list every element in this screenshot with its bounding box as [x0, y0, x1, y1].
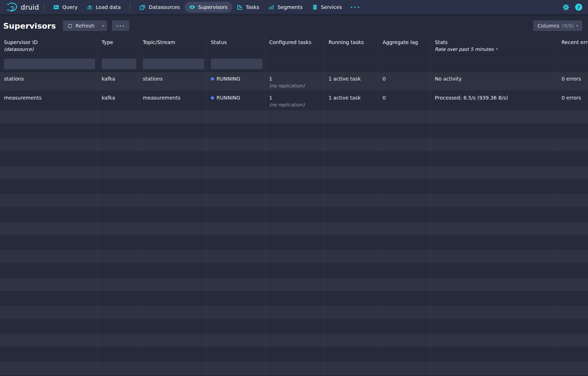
nav-item-query[interactable]: Query [49, 2, 82, 13]
nav-item-datasources[interactable]: Datasources [135, 2, 184, 13]
empty-cell [98, 347, 139, 361]
columns-button[interactable]: Columns (9/9) ▾ [533, 20, 582, 31]
datasources-icon [140, 4, 145, 10]
empty-cell [98, 110, 139, 124]
empty-cell [379, 236, 431, 249]
empty-cell [265, 333, 325, 347]
replication-note: (no replication) [269, 102, 321, 107]
empty-cell [558, 166, 588, 179]
empty-cell [139, 264, 207, 277]
empty-cell [379, 166, 431, 179]
nav-item-tasks[interactable]: Tasks [232, 2, 264, 13]
empty-cell [98, 333, 139, 347]
empty-cell [325, 291, 379, 305]
druid-logo[interactable]: druid [6, 2, 39, 13]
help-icon[interactable]: ? [575, 4, 582, 11]
empty-cell [379, 222, 431, 235]
empty-cell [379, 110, 431, 124]
empty-cell [207, 124, 265, 138]
nav-item-label: Services [321, 4, 342, 10]
column-header-status[interactable]: Status [207, 36, 265, 56]
cell-supervisor-id[interactable]: stations [0, 72, 98, 91]
table-row-empty [0, 361, 588, 375]
empty-cell [207, 208, 265, 221]
empty-cell [139, 152, 207, 165]
nav-item-segments[interactable]: Segments [264, 2, 307, 13]
column-header-stats[interactable]: Stats Rate over past 5 minutes ▾ [431, 36, 558, 56]
caret-down-icon: ▾ [496, 48, 497, 51]
empty-cell [207, 110, 265, 124]
empty-cell [558, 180, 588, 193]
empty-cell [379, 333, 431, 347]
empty-cell [265, 124, 325, 138]
cell-recent-errors: 0 errors [558, 72, 588, 91]
empty-cell [139, 194, 207, 207]
empty-cell [431, 236, 558, 249]
column-header-recent-errors[interactable]: Recent errors [558, 36, 588, 56]
table-row-measurements[interactable]: measurements kafka measurements RUNNING … [0, 91, 588, 110]
cell-topic: stations [139, 72, 207, 91]
empty-cell [207, 291, 265, 305]
status-running-dot [211, 77, 214, 81]
empty-cell [431, 305, 558, 319]
empty-cell [558, 250, 588, 263]
cell-configured-tasks: 1 (no replication) [265, 72, 325, 91]
empty-cell [379, 124, 431, 138]
empty-cell [325, 166, 379, 179]
empty-cell [98, 250, 139, 263]
empty-cell [325, 250, 379, 263]
column-header-supervisor-id[interactable]: Supervisor ID (datasource) [0, 36, 98, 56]
cell-supervisor-id[interactable]: measurements [0, 91, 98, 110]
nav-item-label: Supervisors [198, 4, 228, 10]
filter-input-topic-stream[interactable] [143, 58, 204, 69]
empty-cell [0, 152, 98, 165]
empty-cell [325, 194, 379, 207]
table-row-empty [0, 180, 588, 194]
refresh-dropdown-button[interactable]: ▾ [99, 20, 107, 31]
empty-cell [139, 110, 207, 124]
empty-cell [379, 361, 431, 375]
nav-item-services[interactable]: Services [307, 2, 347, 13]
status-text: RUNNING [217, 95, 240, 101]
nav-more-button[interactable]: ••• [347, 5, 364, 10]
supervisors-table: Supervisor ID (datasource) Type Topic/St… [0, 36, 588, 375]
nav-item-supervisors[interactable]: Supervisors [185, 2, 232, 13]
column-header-topic-stream[interactable]: Topic/Stream [139, 36, 207, 56]
empty-cell [431, 222, 558, 235]
empty-cell [265, 250, 325, 263]
column-header-running-tasks[interactable]: Running tasks [325, 36, 379, 56]
column-header-type[interactable]: Type [98, 36, 139, 56]
nav-item-load-data[interactable]: Load data [82, 2, 126, 13]
filter-input-status[interactable] [211, 58, 263, 69]
empty-cell [325, 208, 379, 221]
refresh-button[interactable]: Refresh [63, 20, 99, 31]
druid-logo-text: druid [21, 3, 39, 11]
refresh-icon [67, 23, 73, 29]
empty-cell [0, 333, 98, 347]
table-row-stations[interactable]: stations kafka stations RUNNING 1 (no re… [0, 72, 588, 91]
column-header-configured-tasks[interactable]: Configured tasks [265, 36, 325, 56]
empty-cell [207, 319, 265, 333]
empty-cell [379, 319, 431, 333]
page-more-button[interactable]: ••• [112, 20, 129, 31]
refresh-label: Refresh [76, 23, 94, 29]
cell-type: kafka [98, 91, 139, 110]
settings-gear-icon[interactable] [563, 4, 569, 11]
empty-cell [325, 124, 379, 138]
empty-cell [431, 333, 558, 347]
empty-cell [0, 361, 98, 375]
empty-cell [325, 361, 379, 375]
empty-cell [139, 291, 207, 305]
empty-cell [98, 264, 139, 277]
filter-input-supervisor-id[interactable] [4, 58, 95, 69]
filter-input-type[interactable] [102, 58, 136, 69]
empty-cell [139, 278, 207, 291]
empty-cell [431, 166, 558, 179]
empty-cell [431, 347, 558, 361]
table-row-empty [0, 110, 588, 124]
status-running-dot [211, 96, 214, 100]
column-header-aggregate-lag[interactable]: Aggregate lag [379, 36, 431, 56]
empty-cell [379, 250, 431, 263]
table-filter-row [0, 56, 588, 72]
stats-rate-selector[interactable]: Rate over past 5 minutes ▾ [435, 47, 554, 52]
